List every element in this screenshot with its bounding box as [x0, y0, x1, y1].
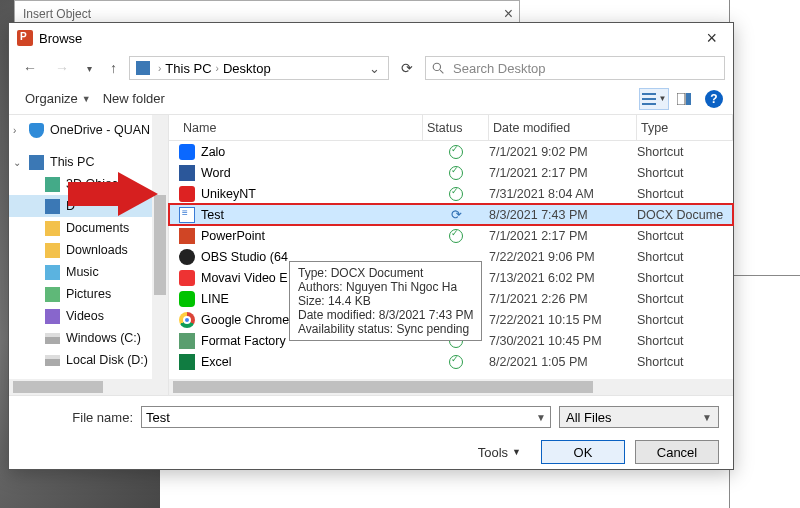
status-ok-icon — [449, 187, 463, 201]
file-type-filter[interactable]: All Files ▼ — [559, 406, 719, 428]
dialog-footer: File name: Test ▼ All Files ▼ Tools▼ OK … — [9, 395, 733, 476]
nav-onedrive[interactable]: ›OneDrive - QUAN — [9, 119, 168, 141]
tooltip-line: Type: DOCX Document — [298, 266, 473, 280]
file-date: 7/31/2021 8:04 AM — [489, 187, 637, 201]
chevron-down-icon: ▼ — [659, 94, 667, 103]
file-type: Shortcut — [637, 250, 733, 264]
chevron-down-icon: ▼ — [512, 447, 521, 457]
file-name: Test — [201, 208, 224, 222]
col-status[interactable]: Status — [423, 115, 489, 140]
preview-icon — [677, 93, 691, 105]
folder-icon — [45, 243, 60, 258]
file-date: 8/2/2021 1:05 PM — [489, 355, 637, 369]
search-icon — [432, 62, 445, 75]
nav-downloads[interactable]: Downloads — [9, 239, 168, 261]
scrollbar-thumb[interactable] — [13, 381, 103, 393]
search-input[interactable]: Search Desktop — [425, 56, 725, 80]
navigation-pane[interactable]: ›OneDrive - QUAN ⌄This PC 3D Objects D D… — [9, 115, 169, 395]
scrollbar-horizontal[interactable] — [9, 379, 152, 395]
folder-icon — [45, 177, 60, 192]
close-button[interactable]: × — [698, 28, 725, 49]
column-headers[interactable]: Name Status Date modified Type — [169, 115, 733, 141]
cancel-button[interactable]: Cancel — [635, 440, 719, 464]
organize-menu[interactable]: Organize▼ — [19, 87, 97, 110]
chevron-down-icon: ▼ — [82, 94, 91, 104]
music-icon — [45, 265, 60, 280]
chevron-down-icon[interactable]: ⌄ — [365, 61, 384, 76]
file-row[interactable]: UnikeyNT7/31/2021 8:04 AMShortcut — [169, 183, 733, 204]
nav-drive-d[interactable]: Local Disk (D:) — [9, 349, 168, 371]
file-name: OBS Studio (64 — [201, 250, 288, 264]
file-name: Movavi Video E — [201, 271, 288, 285]
nav-music[interactable]: Music — [9, 261, 168, 283]
file-icon — [179, 291, 195, 307]
up-button[interactable]: ↑ — [104, 60, 123, 76]
file-tooltip: Type: DOCX Document Authors: Nguyen Thi … — [289, 261, 482, 341]
search-placeholder: Search Desktop — [453, 61, 546, 76]
file-row[interactable]: Word7/1/2021 2:17 PMShortcut — [169, 162, 733, 183]
nav-3d-objects[interactable]: 3D Objects — [9, 173, 168, 195]
nav-documents[interactable]: Documents — [9, 217, 168, 239]
col-name[interactable]: Name — [179, 115, 423, 140]
tooltip-line: Date modified: 8/3/2021 7:43 PM — [298, 308, 473, 322]
svg-rect-2 — [642, 93, 656, 95]
canvas-guide — [730, 275, 800, 276]
details-view-icon — [642, 93, 656, 105]
file-name: PowerPoint — [201, 229, 265, 243]
breadcrumb-root[interactable]: This PC — [165, 61, 211, 76]
chevron-down-icon[interactable]: ▼ — [536, 412, 546, 423]
chevron-down-icon[interactable]: ⌄ — [13, 157, 21, 168]
status-ok-icon — [449, 355, 463, 369]
svg-rect-5 — [677, 93, 685, 105]
view-mode-button[interactable]: ▼ — [639, 88, 669, 110]
nav-pictures[interactable]: Pictures — [9, 283, 168, 305]
col-type[interactable]: Type — [637, 115, 733, 140]
chevron-right-icon[interactable]: › — [154, 63, 165, 74]
back-button[interactable]: ← — [17, 60, 43, 76]
recent-dropdown[interactable]: ▾ — [81, 63, 98, 74]
file-row[interactable]: Zalo7/1/2021 9:02 PMShortcut — [169, 141, 733, 162]
chevron-down-icon[interactable]: ▼ — [702, 412, 712, 423]
scrollbar-vertical[interactable] — [152, 115, 168, 395]
drive-icon — [45, 333, 60, 344]
new-folder-button[interactable]: New folder — [97, 87, 171, 110]
file-name: Word — [201, 166, 231, 180]
close-icon[interactable]: × — [504, 5, 513, 23]
col-date[interactable]: Date modified — [489, 115, 637, 140]
ok-button[interactable]: OK — [541, 440, 625, 464]
file-icon — [179, 144, 195, 160]
chevron-right-icon[interactable]: › — [212, 63, 223, 74]
file-date: 7/30/2021 10:45 PM — [489, 334, 637, 348]
file-type: Shortcut — [637, 334, 733, 348]
dialog-title: Browse — [39, 31, 82, 46]
nav-desktop[interactable]: D — [9, 195, 168, 217]
file-type: Shortcut — [637, 166, 733, 180]
breadcrumb[interactable]: › This PC › Desktop ⌄ — [129, 56, 389, 80]
scrollbar-thumb[interactable] — [154, 195, 166, 295]
status-ok-icon — [449, 229, 463, 243]
preview-pane-button[interactable] — [669, 88, 699, 110]
forward-button[interactable]: → — [49, 60, 75, 76]
file-icon — [179, 270, 195, 286]
scrollbar-horizontal[interactable] — [169, 379, 733, 395]
help-button[interactable]: ? — [705, 90, 723, 108]
refresh-button[interactable]: ⟳ — [395, 56, 419, 80]
filename-input[interactable]: Test ▼ — [141, 406, 551, 428]
nav-videos[interactable]: Videos — [9, 305, 168, 327]
file-row[interactable]: Excel8/2/2021 1:05 PMShortcut — [169, 351, 733, 372]
scrollbar-thumb[interactable] — [173, 381, 593, 393]
chevron-right-icon[interactable]: › — [13, 125, 16, 136]
filename-value: Test — [146, 410, 170, 425]
file-type: Shortcut — [637, 271, 733, 285]
powerpoint-icon — [17, 30, 33, 46]
file-date: 7/22/2021 10:15 PM — [489, 313, 637, 327]
status-ok-icon — [449, 145, 463, 159]
breadcrumb-folder[interactable]: Desktop — [223, 61, 271, 76]
tools-menu[interactable]: Tools▼ — [478, 445, 521, 460]
file-row[interactable]: PowerPoint7/1/2021 2:17 PMShortcut — [169, 225, 733, 246]
file-type: Shortcut — [637, 313, 733, 327]
status-sync-icon: ⟳ — [451, 207, 462, 222]
nav-drive-c[interactable]: Windows (C:) — [9, 327, 168, 349]
nav-this-pc[interactable]: ⌄This PC — [9, 151, 168, 173]
file-row[interactable]: Test⟳8/3/2021 7:43 PMDOCX Docume — [169, 204, 733, 225]
